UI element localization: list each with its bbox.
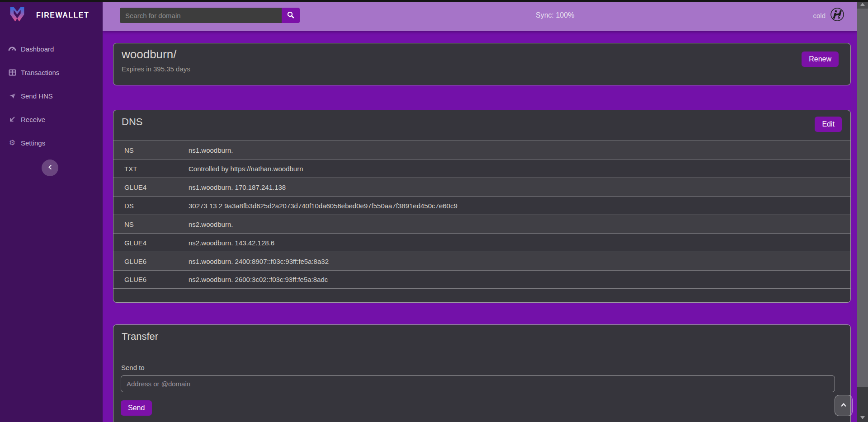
sidebar-item-settings[interactable]: ⚙ Settings [0, 131, 103, 155]
dns-record-type: DS [113, 202, 189, 210]
dns-record-value: ns1.woodburn. 170.187.241.138 [189, 183, 850, 191]
dns-record-row: DS30273 13 2 9a3a8fb3d625d2a2073d740f10d… [113, 196, 850, 215]
search-button[interactable] [282, 8, 300, 23]
dns-record-type: GLUE4 [113, 239, 189, 247]
scrollbar-up-arrow-icon[interactable] [860, 3, 865, 6]
send-to-label: Send to [121, 364, 145, 371]
window-top-edge [0, 0, 868, 2]
dns-record-row: GLUE4ns2.woodburn. 143.42.128.6 [113, 233, 850, 252]
dns-record-row: NSns2.woodburn. [113, 215, 850, 233]
dns-record-value: ns2.woodburn. 2600:3c02::f03c:93ff:fe5a:… [189, 276, 850, 283]
domain-name-title: woodburn/ [122, 47, 176, 61]
dns-record-row: TXTControlled by https://nathan.woodburn [113, 159, 850, 178]
app-window: FIREWALLET Dashboard [0, 0, 868, 422]
domain-search [120, 8, 300, 23]
sidebar-nav: Dashboard Transactions S [0, 37, 103, 155]
dns-record-row: NSns1.woodburn. [113, 141, 850, 159]
chevron-up-icon [840, 401, 847, 410]
window-scrollbar [857, 0, 868, 422]
sidebar-item-receive[interactable]: Receive [0, 108, 103, 131]
dns-record-type: NS [113, 146, 189, 154]
sidebar-item-transactions[interactable]: Transactions [0, 61, 103, 84]
transfer-card: Transfer Send to Send [113, 324, 851, 422]
sidebar-item-label: Send HNS [21, 92, 53, 100]
scrollbar-down-arrow-icon[interactable] [860, 416, 865, 419]
transfer-address-input[interactable] [121, 375, 835, 392]
brand-link[interactable]: FIREWALLET [0, 0, 103, 31]
renew-button[interactable]: Renew [802, 52, 839, 67]
send-icon [8, 92, 16, 100]
send-transfer-button[interactable]: Send [121, 400, 152, 416]
dns-record-value: ns2.woodburn. 143.42.128.6 [189, 239, 850, 247]
handshake-logo-icon [830, 7, 844, 23]
wallet-menu-button[interactable]: cold [813, 0, 844, 31]
dns-table: NSns1.woodburn.TXTControlled by https://… [113, 141, 850, 289]
dns-record-row: GLUE6ns2.woodburn. 2600:3c02::f03c:93ff:… [113, 270, 850, 289]
sidebar: FIREWALLET Dashboard [0, 0, 103, 422]
dns-record-value: ns1.woodburn. 2400:8907::f03c:93ff:fe5a:… [189, 258, 850, 265]
dns-record-type: NS [113, 220, 189, 228]
sidebar-item-label: Settings [21, 139, 45, 147]
brand-title: FIREWALLET [36, 11, 89, 19]
search-icon [287, 11, 295, 20]
sidebar-item-label: Transactions [21, 69, 59, 76]
gear-icon: ⚙ [8, 139, 16, 147]
scrollbar-thumb[interactable] [857, 9, 868, 387]
sidebar-item-label: Dashboard [21, 45, 54, 53]
dashboard-icon [8, 45, 16, 53]
dns-record-type: GLUE6 [113, 276, 189, 283]
receive-icon [8, 115, 16, 123]
sidebar-item-send-hns[interactable]: Send HNS [0, 84, 103, 108]
main-content: woodburn/ Expires in 395.35 days Renew D… [103, 31, 857, 422]
dns-record-type: GLUE4 [113, 183, 189, 191]
sidebar-item-dashboard[interactable]: Dashboard [0, 37, 103, 61]
dns-card: DNS Edit NSns1.woodburn.TXTControlled by… [113, 110, 851, 303]
dns-record-value: ns2.woodburn. [189, 220, 850, 228]
sync-status: Sync: 100% [536, 0, 574, 31]
transfer-card-title: Transfer [122, 331, 158, 342]
wallet-name-label: cold [813, 12, 826, 19]
search-input[interactable] [120, 8, 282, 23]
transactions-icon [8, 68, 16, 76]
dns-record-value: Controlled by https://nathan.woodburn [189, 165, 850, 173]
edit-dns-button[interactable]: Edit [815, 117, 842, 132]
domain-summary-card: woodburn/ Expires in 395.35 days Renew [113, 43, 851, 85]
dns-record-value: ns1.woodburn. [189, 146, 850, 154]
dns-record-value: 30273 13 2 9a3a8fb3d625d2a2073d740f10da6… [189, 202, 850, 210]
firewallet-logo-icon [7, 5, 27, 26]
dns-record-type: GLUE6 [113, 258, 189, 265]
dns-record-row: GLUE4ns1.woodburn. 170.187.241.138 [113, 178, 850, 196]
dns-card-title: DNS [122, 116, 142, 128]
dns-record-type: TXT [113, 165, 189, 173]
chevron-left-icon [47, 164, 53, 172]
scroll-to-top-button[interactable] [835, 395, 853, 416]
domain-expiry-text: Expires in 395.35 days [122, 65, 190, 73]
dns-record-row: GLUE6ns1.woodburn. 2400:8907::f03c:93ff:… [113, 252, 850, 270]
sidebar-item-label: Receive [21, 116, 45, 123]
top-header: Sync: 100% cold [103, 0, 857, 31]
sidebar-collapse-button[interactable] [42, 159, 58, 176]
